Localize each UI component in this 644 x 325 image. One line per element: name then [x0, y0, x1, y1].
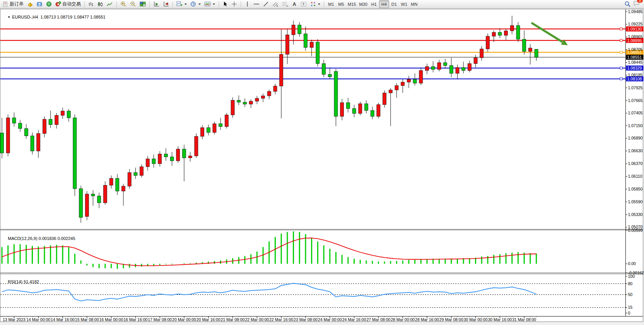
candlestick-icon [97, 2, 103, 7]
fibonacci-tool-button[interactable]: F [280, 0, 290, 8]
timeframe-button-m30[interactable]: M30 [357, 0, 369, 8]
candle-body [176, 149, 180, 161]
trendline-tool-button[interactable] [261, 0, 270, 8]
chart-window-border [0, 9, 643, 322]
candle-body [480, 49, 483, 58]
arrows-tool-button[interactable] [309, 0, 322, 8]
timeframe-button-m15[interactable]: M15 [346, 0, 357, 8]
timeframe-button-m5[interactable]: M5 [336, 0, 346, 8]
periods-button[interactable] [189, 0, 202, 8]
notifications-button[interactable]: 1 [633, 0, 640, 8]
symbol-dropdown-icon[interactable]: ▼ [7, 15, 10, 19]
candle-body [510, 26, 514, 31]
time-axis-label: 17 Mar 08:00 [148, 317, 172, 322]
indicators-button[interactable] [175, 0, 188, 8]
charts-button[interactable] [26, 0, 35, 8]
price-level-handle[interactable] [620, 51, 622, 53]
candle-body [267, 92, 271, 96]
candle-body [365, 104, 368, 111]
price-level-handle[interactable] [620, 78, 622, 80]
candle-body [310, 42, 313, 48]
timeframe-button-d1[interactable]: D1 [389, 0, 399, 8]
indicators-icon [176, 1, 183, 7]
ohlc-readout: 1.08713 1.08719 1.08477 1.08551 [41, 15, 106, 19]
autotrading-button[interactable]: 自动交易 [54, 0, 82, 8]
timeframe-button-w1[interactable]: W1 [399, 0, 409, 8]
price-tick-label: 1.07925 [628, 85, 643, 90]
zoom-in-icon [120, 1, 126, 7]
chart-shift-button[interactable] [161, 0, 171, 8]
price-level-badge-text: 1.09130 [627, 27, 642, 31]
fibonacci-icon: F [282, 1, 288, 7]
time-axis-label: 24 Mar 16:00 [342, 317, 366, 322]
candle-body [498, 32, 502, 36]
candle-body [359, 104, 362, 113]
time-axis-label: 22 Mar 00:00 [245, 317, 269, 322]
svg-text:E: E [277, 5, 278, 7]
rsi-indicator-label: RSI(14) 51.4182 [3, 275, 39, 289]
candlestick-mode-button[interactable] [96, 0, 105, 8]
horizontal-line-tool-button[interactable] [252, 0, 261, 8]
timeframe-button-h4[interactable]: H4 [379, 0, 389, 8]
candle-body [516, 26, 520, 39]
candle-body [146, 159, 149, 167]
candle-body [285, 35, 289, 54]
candle-body [122, 186, 125, 191]
price-level-handle[interactable] [620, 39, 622, 42]
price-tick-label: 1.09485 [628, 9, 643, 14]
time-axis-label: 15 Mar 08:00 [75, 317, 99, 322]
text-tool-button[interactable]: A [290, 0, 299, 8]
candle-body [346, 103, 350, 109]
candle-body [140, 167, 143, 175]
candle-body [67, 111, 70, 118]
crosshair-tool-button[interactable] [230, 0, 239, 8]
tile-windows-button[interactable] [138, 0, 147, 8]
market-watch-button[interactable] [35, 0, 44, 8]
text-label-tool-button[interactable]: T [299, 0, 308, 8]
price-level-handle[interactable] [620, 67, 622, 69]
candle-body [24, 129, 28, 136]
rsi-value: 51.4182 [24, 279, 39, 284]
candle-body [492, 32, 495, 36]
candle-body [97, 196, 101, 203]
signals-button[interactable] [44, 0, 53, 8]
equidistant-channel-tool-button[interactable]: E [271, 0, 280, 8]
price-tick-label: 1.05330 [628, 212, 643, 217]
tile-windows-icon [140, 1, 146, 7]
candle-body [486, 36, 490, 49]
candle-body [49, 119, 52, 125]
auto-scroll-icon [153, 1, 159, 7]
cursor-tool-button[interactable] [221, 0, 229, 8]
rsi-scale-label: 0 [628, 311, 630, 315]
price-level-handle[interactable] [620, 28, 622, 30]
timeframe-toolbar: M1M5M15M30H1H4D1W1MN [326, 0, 419, 8]
vertical-line-icon [245, 1, 250, 7]
timeframe-button-m1[interactable]: M1 [326, 0, 336, 8]
candle-body [504, 31, 508, 35]
zoom-out-button[interactable] [128, 0, 138, 8]
candle-body [188, 156, 192, 158]
chart-canvas[interactable]: 1.091301.088951.086511.083291.081081.085… [0, 0, 644, 325]
price-tick-label: 1.08185 [628, 73, 643, 77]
bar-chart-mode-button[interactable] [87, 0, 96, 8]
auto-scroll-button[interactable] [152, 0, 161, 8]
zoom-in-button[interactable] [119, 0, 128, 8]
new-order-button[interactable]: 新订单 [2, 0, 25, 8]
macd-values: 0.001836 0.002245 [39, 236, 75, 241]
timeframe-button-h1[interactable]: H1 [369, 0, 379, 8]
price-tick-label: 1.07405 [628, 111, 643, 115]
rsi-line [2, 283, 536, 301]
templates-caret-icon [213, 3, 215, 5]
candle-body [103, 185, 107, 202]
templates-button[interactable] [203, 0, 217, 8]
timeframe-button-mn[interactable]: MN [409, 0, 419, 8]
search-icon[interactable] [624, 1, 631, 7]
candle-body [292, 25, 295, 35]
candle-body [170, 157, 174, 161]
line-chart-mode-button[interactable] [105, 0, 114, 8]
candle-body [261, 96, 265, 98]
vertical-line-tool-button[interactable] [243, 0, 251, 8]
candle-body [219, 124, 222, 127]
price-tick-label: 1.06110 [628, 174, 642, 179]
trend-arrow-shaft[interactable] [531, 23, 562, 42]
